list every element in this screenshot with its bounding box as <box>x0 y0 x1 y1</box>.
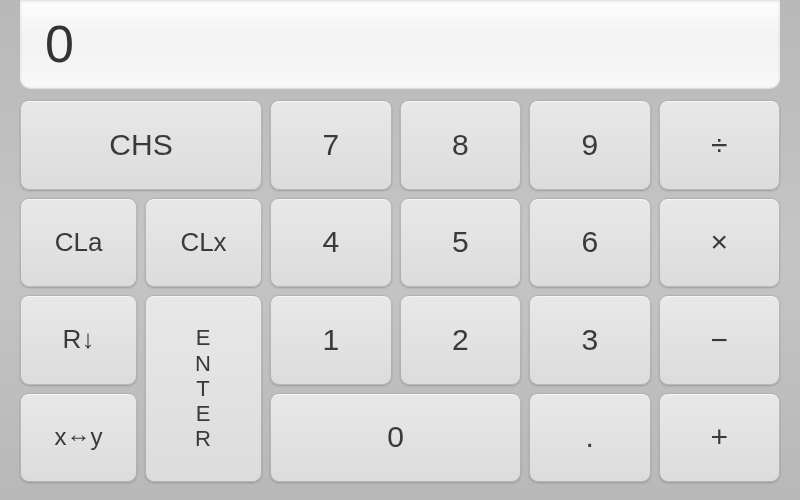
calculator: 0 CHS 7 8 9 ÷ CLa CLx 4 5 6 × R↓ E N T E… <box>0 0 800 500</box>
enter-label-5: R <box>195 426 212 451</box>
rolldown-button[interactable]: R↓ <box>20 295 137 385</box>
divide-button[interactable]: ÷ <box>659 100 781 190</box>
chs-label: CHS <box>109 128 172 162</box>
one-label: 1 <box>322 323 339 357</box>
five-label: 5 <box>452 225 469 259</box>
cla-label: CLa <box>55 227 103 258</box>
three-label: 3 <box>581 323 598 357</box>
enter-button[interactable]: E N T E R <box>145 295 262 482</box>
zero-label: 0 <box>387 420 404 454</box>
three-button[interactable]: 3 <box>529 295 651 385</box>
add-button[interactable]: + <box>659 393 781 483</box>
clx-label: CLx <box>180 227 226 258</box>
display-value: 0 <box>45 14 74 74</box>
eight-label: 8 <box>452 128 469 162</box>
six-label: 6 <box>581 225 598 259</box>
eight-button[interactable]: 8 <box>400 100 522 190</box>
decimal-button[interactable]: . <box>529 393 651 483</box>
six-button[interactable]: 6 <box>529 198 651 288</box>
nine-button[interactable]: 9 <box>529 100 651 190</box>
enter-label-3: T <box>196 376 210 401</box>
cla-button[interactable]: CLa <box>20 198 137 288</box>
subtract-label: − <box>710 323 728 357</box>
swap-xy-label: x↔y <box>55 423 103 451</box>
zero-button[interactable]: 0 <box>270 393 521 483</box>
chs-button[interactable]: CHS <box>20 100 262 190</box>
add-label: + <box>710 420 728 454</box>
decimal-label: . <box>586 420 594 454</box>
keypad: CHS 7 8 9 ÷ CLa CLx 4 5 6 × R↓ E N T E R… <box>20 100 780 482</box>
four-label: 4 <box>322 225 339 259</box>
enter-label-2: N <box>195 351 212 376</box>
one-button[interactable]: 1 <box>270 295 392 385</box>
seven-button[interactable]: 7 <box>270 100 392 190</box>
swap-xy-button[interactable]: x↔y <box>20 393 137 483</box>
two-label: 2 <box>452 323 469 357</box>
divide-label: ÷ <box>711 128 727 162</box>
rolldown-label: R↓ <box>63 324 95 355</box>
four-button[interactable]: 4 <box>270 198 392 288</box>
subtract-button[interactable]: − <box>659 295 781 385</box>
enter-label-4: E <box>196 401 212 426</box>
multiply-label: × <box>710 225 728 259</box>
two-button[interactable]: 2 <box>400 295 522 385</box>
multiply-button[interactable]: × <box>659 198 781 288</box>
seven-label: 7 <box>322 128 339 162</box>
five-button[interactable]: 5 <box>400 198 522 288</box>
display: 0 <box>20 0 780 88</box>
nine-label: 9 <box>581 128 598 162</box>
enter-label-1: E <box>196 325 212 350</box>
clx-button[interactable]: CLx <box>145 198 262 288</box>
